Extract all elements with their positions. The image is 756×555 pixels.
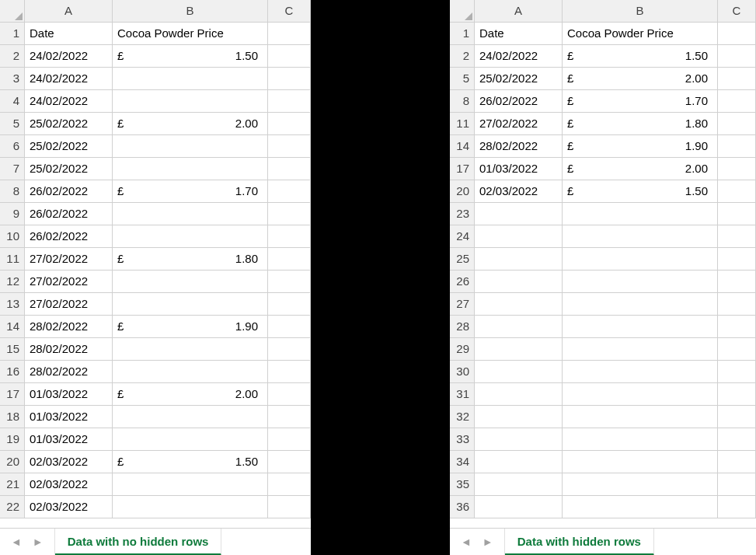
col-header-C[interactable]: C bbox=[268, 0, 311, 23]
cell-date[interactable]: 28/02/2022 bbox=[25, 316, 113, 338]
row-header[interactable]: 7 bbox=[0, 158, 25, 180]
row-header[interactable]: 22 bbox=[0, 496, 25, 518]
cell-price[interactable] bbox=[113, 68, 268, 90]
cell-price[interactable] bbox=[563, 271, 718, 293]
cell-empty[interactable] bbox=[718, 473, 756, 496]
cell-date[interactable]: 02/03/2022 bbox=[475, 180, 563, 203]
cell-empty[interactable] bbox=[718, 135, 756, 158]
row-header[interactable]: 32 bbox=[450, 406, 475, 428]
cell-empty[interactable] bbox=[718, 68, 756, 90]
cell-empty[interactable] bbox=[718, 451, 756, 473]
cell-price[interactable] bbox=[113, 496, 268, 518]
cell-price[interactable] bbox=[563, 338, 718, 361]
cell-price[interactable] bbox=[563, 428, 718, 451]
spreadsheet-grid[interactable]: ABC1DateCocoa Powder Price224/02/2022£1.… bbox=[0, 0, 311, 518]
row-header[interactable]: 8 bbox=[0, 180, 25, 203]
row-header[interactable]: 5 bbox=[0, 113, 25, 135]
cell-date[interactable] bbox=[475, 383, 563, 406]
row-header[interactable]: 1 bbox=[450, 23, 475, 45]
cell-empty[interactable] bbox=[718, 293, 756, 316]
cell-date[interactable]: 01/03/2022 bbox=[475, 158, 563, 180]
cell-price[interactable]: £1.90 bbox=[113, 316, 268, 338]
row-header[interactable]: 31 bbox=[450, 383, 475, 406]
col-header-B[interactable]: B bbox=[113, 0, 268, 23]
cell-price[interactable] bbox=[113, 406, 268, 428]
cell-empty[interactable] bbox=[268, 271, 311, 293]
sheet-tab-active[interactable]: Data with hidden rows bbox=[505, 529, 654, 555]
cell-empty[interactable] bbox=[268, 428, 311, 451]
cell-date[interactable]: 24/02/2022 bbox=[25, 68, 113, 90]
cell-date[interactable] bbox=[475, 271, 563, 293]
row-header[interactable]: 4 bbox=[0, 90, 25, 113]
sheet-nav-next-icon[interactable]: ► bbox=[483, 536, 493, 548]
row-header[interactable]: 28 bbox=[450, 316, 475, 338]
cell-date[interactable]: 24/02/2022 bbox=[25, 45, 113, 68]
sheet-nav-prev-icon[interactable]: ◄ bbox=[11, 536, 22, 548]
cell-empty[interactable] bbox=[268, 90, 311, 113]
cell-date[interactable]: 02/03/2022 bbox=[25, 451, 113, 473]
cell-price[interactable]: £2.00 bbox=[563, 158, 718, 180]
cell-empty[interactable] bbox=[718, 158, 756, 180]
cell-date[interactable] bbox=[475, 203, 563, 225]
cell-empty[interactable] bbox=[268, 361, 311, 383]
cell-empty[interactable] bbox=[268, 225, 311, 248]
cell-price[interactable] bbox=[113, 90, 268, 113]
cell-empty[interactable] bbox=[718, 361, 756, 383]
cell-price[interactable] bbox=[113, 473, 268, 496]
row-header[interactable]: 34 bbox=[450, 451, 475, 473]
cell-empty[interactable] bbox=[718, 271, 756, 293]
col-header-C[interactable]: C bbox=[718, 0, 756, 23]
cell-price[interactable] bbox=[113, 428, 268, 451]
cell-date[interactable]: 24/02/2022 bbox=[25, 90, 113, 113]
row-header[interactable]: 8 bbox=[450, 90, 475, 113]
row-header[interactable]: 35 bbox=[450, 473, 475, 496]
row-header[interactable]: 19 bbox=[0, 428, 25, 451]
row-header[interactable]: 21 bbox=[0, 473, 25, 496]
cell-date[interactable] bbox=[475, 406, 563, 428]
cell-empty[interactable] bbox=[718, 23, 756, 45]
cell-date[interactable] bbox=[475, 316, 563, 338]
row-header[interactable]: 3 bbox=[0, 68, 25, 90]
cell-empty[interactable] bbox=[718, 45, 756, 68]
row-header[interactable]: 2 bbox=[0, 45, 25, 68]
cell-price[interactable] bbox=[563, 383, 718, 406]
cell-empty[interactable] bbox=[268, 203, 311, 225]
cell-date[interactable]: 02/03/2022 bbox=[25, 473, 113, 496]
cell-price[interactable] bbox=[113, 338, 268, 361]
row-header[interactable]: 14 bbox=[450, 135, 475, 158]
row-header[interactable]: 27 bbox=[450, 293, 475, 316]
cell-date[interactable] bbox=[475, 496, 563, 518]
cell-empty[interactable] bbox=[268, 406, 311, 428]
row-header[interactable]: 20 bbox=[0, 451, 25, 473]
cell-header-price[interactable]: Cocoa Powder Price bbox=[563, 23, 718, 45]
cell-date[interactable]: 27/02/2022 bbox=[25, 271, 113, 293]
cell-empty[interactable] bbox=[718, 338, 756, 361]
cell-empty[interactable] bbox=[268, 158, 311, 180]
cell-empty[interactable] bbox=[718, 428, 756, 451]
cell-empty[interactable] bbox=[718, 406, 756, 428]
cell-date[interactable]: 25/02/2022 bbox=[25, 158, 113, 180]
cell-empty[interactable] bbox=[268, 135, 311, 158]
row-header[interactable]: 29 bbox=[450, 338, 475, 361]
cell-price[interactable] bbox=[113, 271, 268, 293]
row-header[interactable]: 11 bbox=[0, 248, 25, 271]
cell-date[interactable]: 25/02/2022 bbox=[475, 68, 563, 90]
cell-price[interactable] bbox=[563, 451, 718, 473]
cell-date[interactable]: 27/02/2022 bbox=[25, 293, 113, 316]
spreadsheet-grid[interactable]: ABC1DateCocoa Powder Price224/02/2022£1.… bbox=[450, 0, 756, 518]
cell-price[interactable] bbox=[113, 293, 268, 316]
cell-empty[interactable] bbox=[718, 496, 756, 518]
cell-header-price[interactable]: Cocoa Powder Price bbox=[113, 23, 268, 45]
select-all-corner[interactable] bbox=[450, 0, 475, 23]
row-header[interactable]: 30 bbox=[450, 361, 475, 383]
cell-date[interactable]: 01/03/2022 bbox=[25, 406, 113, 428]
cell-date[interactable]: 01/03/2022 bbox=[25, 428, 113, 451]
row-header[interactable]: 36 bbox=[450, 496, 475, 518]
row-header[interactable]: 33 bbox=[450, 428, 475, 451]
cell-date[interactable]: 25/02/2022 bbox=[25, 135, 113, 158]
cell-date[interactable]: 25/02/2022 bbox=[25, 113, 113, 135]
cell-empty[interactable] bbox=[268, 451, 311, 473]
row-header[interactable]: 2 bbox=[450, 45, 475, 68]
cell-price[interactable]: £2.00 bbox=[563, 68, 718, 90]
cell-price[interactable] bbox=[113, 203, 268, 225]
